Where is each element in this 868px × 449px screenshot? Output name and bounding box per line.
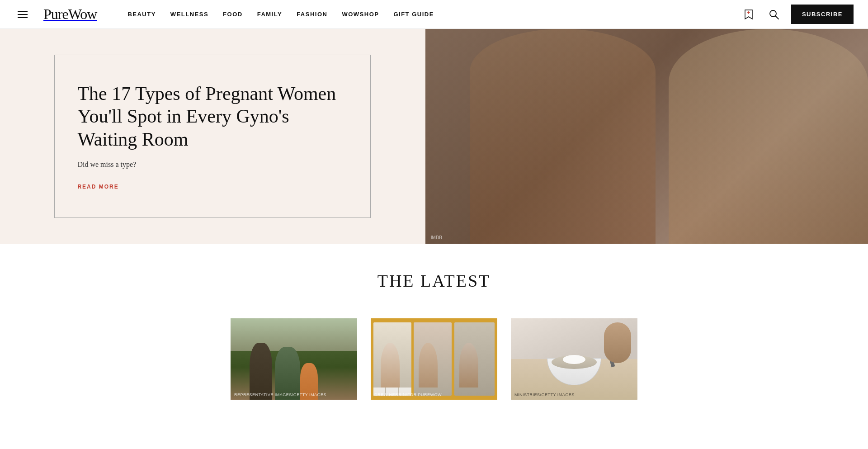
hero-subtitle: Did we miss a type?	[77, 161, 348, 169]
latest-card-1[interactable]: REPRESENTATIVE IMAGES/GETTY IMAGES	[231, 318, 357, 400]
card-1-caption: REPRESENTATIVE IMAGES/GETTY IMAGES	[234, 392, 326, 397]
hero-title: The 17 Types of Pregnant Women You'll Sp…	[77, 82, 348, 151]
card-2-image: DREW HERRIN/FOR PUREWOW	[371, 318, 497, 400]
nav-link-wowshop[interactable]: WOWSHOP	[342, 11, 379, 18]
nav-right: SUBSCRIBE	[741, 5, 854, 24]
card-2-fig1	[381, 343, 400, 388]
card-1-fig1	[250, 343, 272, 400]
card-1-fig2	[275, 347, 300, 400]
nav-links: BEAUTY WELLNESS FOOD FAMILY FASHION WOWS…	[127, 11, 434, 18]
card-3-image: MINISTRIES/GETTY IMAGES	[511, 318, 637, 400]
nav-link-family[interactable]: FAMILY	[257, 11, 282, 18]
hamburger-button[interactable]	[14, 6, 31, 23]
nav-link-food[interactable]: FOOD	[223, 11, 243, 18]
bookmark-button[interactable]	[741, 6, 757, 23]
latest-card-2[interactable]: DREW HERRIN/FOR PUREWOW	[371, 318, 497, 400]
latest-section: THE LATEST REPRESENTATIVE IMAGES/GETTY I…	[0, 244, 868, 418]
nav-left: PureWow BEAUTY WELLNESS FOOD FAMILY FASH…	[14, 6, 434, 23]
subscribe-button[interactable]: SUBSCRIBE	[791, 5, 854, 24]
search-icon	[769, 9, 779, 19]
latest-header: THE LATEST	[145, 271, 723, 291]
latest-card-3[interactable]: MINISTRIES/GETTY IMAGES	[511, 318, 637, 400]
hero-image: IMDB	[425, 29, 868, 244]
logo-link[interactable]: PureWow	[43, 6, 97, 23]
search-button[interactable]	[766, 6, 782, 23]
nav-link-wellness[interactable]: WELLNESS	[170, 11, 208, 18]
svg-line-1	[775, 16, 778, 19]
site-logo: PureWow	[43, 6, 97, 23]
image-credit: IMDB	[431, 235, 442, 240]
hero-image-background: IMDB	[425, 29, 868, 244]
nav-link-gift-guide[interactable]: GIFT GUIDE	[393, 11, 434, 18]
card-3-hand	[604, 322, 631, 363]
main-nav: PureWow BEAUTY WELLNESS FOOD FAMILY FASH…	[0, 0, 868, 29]
hero-text-wrapper: The 17 Types of Pregnant Women You'll Sp…	[0, 29, 425, 244]
card-3-caption: MINISTRIES/GETTY IMAGES	[514, 392, 575, 397]
read-more-link[interactable]: READ MORE	[77, 184, 118, 191]
card-2-caption: DREW HERRIN/FOR PUREWOW	[374, 392, 442, 397]
latest-divider	[253, 300, 615, 300]
hero-card: The 17 Types of Pregnant Women You'll Sp…	[54, 55, 371, 218]
card-3-topping	[563, 355, 585, 364]
latest-section-title: THE LATEST	[145, 271, 723, 291]
hero-section: The 17 Types of Pregnant Women You'll Sp…	[0, 29, 868, 244]
latest-grid: REPRESENTATIVE IMAGES/GETTY IMAGES	[145, 318, 723, 400]
card-1-image: REPRESENTATIVE IMAGES/GETTY IMAGES	[231, 318, 357, 400]
card-2-fig2	[419, 343, 438, 388]
hero-overlay	[425, 29, 868, 244]
card-2-fig3	[459, 343, 478, 388]
hamburger-icon	[18, 11, 28, 18]
nav-link-fashion[interactable]: FASHION	[297, 11, 327, 18]
card-1-sky	[231, 318, 357, 351]
nav-link-beauty[interactable]: BEAUTY	[127, 11, 156, 18]
bookmark-icon	[744, 9, 753, 20]
